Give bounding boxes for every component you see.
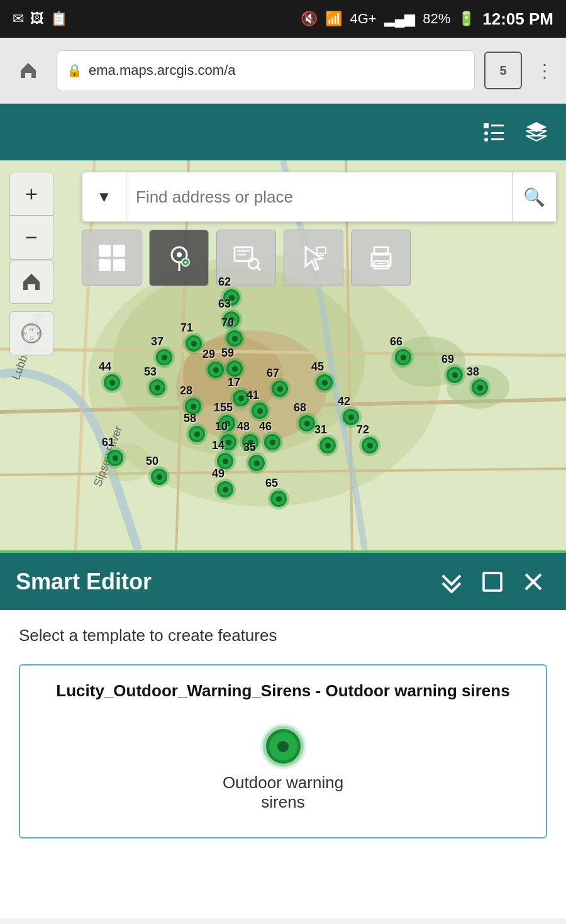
template-item[interactable]: Outdoor warningsirens [39,720,527,821]
siren-marker[interactable]: 69 [447,367,463,383]
siren-marker[interactable]: 59 [226,360,243,377]
siren-marker[interactable]: 53 [149,379,165,396]
browser-tabs-button[interactable]: 5 [484,52,522,89]
marker-label: 14 [212,439,225,452]
marker-label: 68 [294,401,306,415]
editor-chevron-down-button[interactable] [434,564,469,599]
marker-label: 42 [338,395,350,408]
search-input[interactable] [126,172,512,221]
doc-icon: 📋 [50,11,67,27]
marker-label: 17 [228,376,240,389]
search-bar[interactable]: ▼ 🔍 [82,172,557,222]
marker-label: 29 [203,348,215,361]
select-tool-button[interactable] [284,230,343,286]
editor-close-button[interactable] [516,564,550,599]
smart-editor-header: Smart Editor [0,550,566,610]
marker-label: 38 [467,365,479,379]
siren-marker[interactable]: 66 [395,349,411,365]
siren-marker[interactable]: 29 [208,362,224,378]
home-map-button[interactable] [9,260,53,304]
svg-text:W: W [22,331,27,337]
siren-marker[interactable]: 49 [217,481,233,498]
marker-label: 28 [180,384,192,398]
siren-marker[interactable]: 50 [151,469,167,485]
status-bar: ✉ 🖼 📋 🔇 📶 4G+ ▂▄▆ 82% 🔋 12:05 PM [0,0,566,38]
marker-label: 63 [218,298,231,311]
svg-marker-0 [484,123,489,128]
zoom-out-button[interactable]: − [9,216,53,260]
siren-marker[interactable]: 45 [316,374,333,391]
siren-marker[interactable]: 31 [319,437,336,454]
smart-editor-content: Select a template to create features Luc… [0,610,566,918]
siren-marker[interactable]: 65 [270,491,287,507]
siren-marker[interactable]: 61 [107,450,123,466]
siren-marker[interactable]: 70 [226,330,243,347]
battery-icon: 🔋 [458,11,475,27]
browser-more-button[interactable]: ⋮ [531,52,557,89]
list-icon-button[interactable] [475,115,509,150]
search-submit-button[interactable]: 🔍 [512,172,556,221]
marker-label: 53 [144,365,157,379]
siren-marker[interactable]: 46 [264,434,280,450]
svg-rect-5 [491,138,504,140]
siren-marker[interactable]: 72 [362,437,378,454]
layers-icon-button[interactable] [519,115,553,150]
map-area[interactable]: Lubbub Creek Sipsey River + − N S W E ▼ … [0,160,566,550]
svg-rect-31 [99,245,111,257]
url-bar[interactable]: 🔒 ema.maps.arcgis.com/a [57,50,475,91]
search-dropdown-button[interactable]: ▼ [82,172,126,221]
svg-text:N: N [30,326,33,332]
zoom-in-button[interactable]: + [9,172,53,216]
template-siren-inner [277,741,289,752]
marker-label: 35 [243,441,256,454]
svg-point-2 [484,131,488,135]
mute-icon: 🔇 [301,11,318,27]
marker-label: 69 [441,353,454,366]
print-tool-button[interactable] [351,230,411,286]
svg-rect-1 [491,125,504,126]
marker-label: 31 [314,423,327,437]
zoom-controls: + − [9,172,53,260]
editor-maximize-button[interactable] [475,564,509,599]
marker-label: 65 [265,477,278,490]
svg-point-44 [248,259,258,269]
map-tools-row [82,230,411,286]
svg-text:E: E [36,331,40,337]
marker-label: 48 [237,420,250,433]
marker-label: 45 [311,360,324,374]
marker-label: 59 [221,347,234,360]
marker-label: 50 [146,455,158,468]
template-siren-icon [266,729,301,764]
browser-home-button[interactable] [9,52,47,89]
siren-marker[interactable]: 71 [186,335,202,352]
siren-marker[interactable]: 35 [248,455,265,471]
compass-button[interactable]: N S W E [9,311,53,355]
url-text: ema.maps.arcgis.com/a [89,62,236,79]
template-title: Lucity_Outdoor_Warning_Sirens - Outdoor … [39,681,527,701]
template-card[interactable]: Lucity_Outdoor_Warning_Sirens - Outdoor … [19,664,547,838]
svg-rect-33 [99,259,111,271]
svg-text:S: S [30,335,33,341]
svg-line-45 [257,267,260,270]
network-label: 4G+ [350,11,376,27]
siren-marker[interactable]: 37 [156,349,172,365]
marker-label: 67 [267,367,279,380]
svg-rect-32 [113,245,125,257]
marker-label: 58 [184,412,196,425]
siren-marker[interactable]: 68 [299,415,315,431]
mail-icon: ✉ [13,11,24,27]
siren-marker[interactable]: 38 [472,379,488,396]
marker-label: 49 [212,467,225,481]
smart-editor-tool-button[interactable] [149,230,209,286]
siren-marker[interactable]: 67 [272,381,288,397]
smart-editor-title: Smart Editor [16,569,428,595]
svg-rect-34 [113,259,125,271]
siren-marker[interactable]: 44 [104,374,120,391]
basemap-tool-button[interactable] [82,230,142,286]
siren-marker[interactable]: 41 [252,403,268,419]
editor-instruction: Select a template to create features [19,626,547,645]
marker-label: 37 [151,335,164,348]
marker-label: 10 [215,420,228,433]
svg-point-37 [177,252,182,257]
siren-marker[interactable]: 58 [189,426,205,442]
